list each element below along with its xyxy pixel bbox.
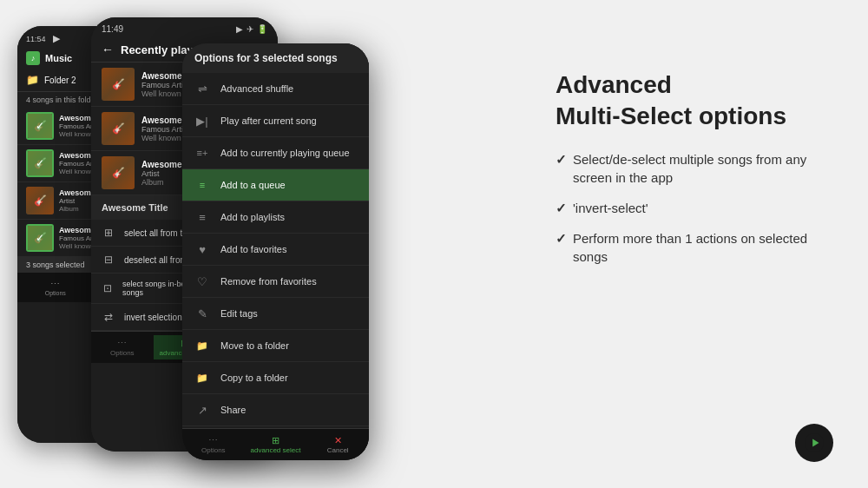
play-after-label: Play after current song: [220, 115, 317, 126]
menu-item-copy-folder[interactable]: 📁 Copy to a folder: [182, 362, 369, 394]
song-thumbnail: [102, 156, 135, 189]
song-thumbnail: ✓: [26, 149, 54, 177]
mid-time: 11:49: [102, 24, 123, 34]
song-thumbnail: [102, 68, 135, 101]
feature-list: Select/de-select multiple songs from any…: [556, 150, 833, 266]
move-folder-label: Move to a folder: [220, 340, 289, 351]
add-to-queue-label: Add to a queue: [220, 180, 286, 190]
front-cancel-icon: ✕: [334, 435, 342, 446]
airplane-icon: ✈: [247, 24, 253, 34]
copy-folder-label: Copy to a folder: [220, 373, 288, 383]
folder-icon: 📁: [26, 74, 39, 86]
add-fav-icon: ♥: [194, 241, 210, 257]
playlists-icon: ≡: [194, 209, 210, 225]
right-panel: Advanced Multi-Select options Select/de-…: [556, 69, 833, 278]
move-folder-icon: 📁: [194, 338, 210, 353]
front-bottom-bar: ⋯ Options ⊞ advanced select ✕ Cancel: [182, 428, 369, 460]
logo-icon: [805, 433, 824, 452]
menu-item-edit-tags[interactable]: ✎ Edit tags: [182, 298, 369, 330]
copy-folder-icon: 📁: [194, 370, 210, 386]
front-bottom-cancel[interactable]: ✕ Cancel: [306, 432, 369, 457]
mid-bottom-options[interactable]: ⋯ Options: [91, 335, 154, 359]
main-title: Advanced Multi-Select options: [556, 69, 833, 133]
share-label: Share: [220, 405, 246, 415]
menu-item-add-to-queue[interactable]: ≡ Add to a queue: [182, 169, 369, 201]
folder-name: Folder 2: [44, 76, 76, 85]
shuffle-icon: ⇌: [194, 81, 210, 96]
menu-item-play-after[interactable]: ▶| Play after current song: [182, 105, 369, 137]
menu-item-shuffle[interactable]: ⇌ Advanced shuffle: [182, 73, 369, 105]
play-after-icon: ▶|: [194, 113, 210, 129]
feature-item-1: Select/de-select multiple songs from any…: [556, 150, 833, 187]
add-queue-label: Add to currently playing queue: [220, 148, 350, 158]
edit-tags-icon: ✎: [194, 306, 210, 321]
feature-item-3: Perform more than 1 actions on selected …: [556, 229, 833, 266]
menu-item-move-folder[interactable]: 📁 Move to a folder: [182, 330, 369, 362]
mid-options-icon: ⋯: [117, 338, 127, 349]
back-header-title: Music: [45, 53, 72, 63]
menu-item-playlists[interactable]: ≡ Add to playlists: [182, 201, 369, 234]
song-thumbnail: [26, 187, 54, 214]
selection-count: 3 songs selected: [26, 260, 85, 269]
app-logo: [795, 424, 833, 462]
add-fav-label: Add to favorites: [220, 244, 286, 254]
remove-fav-icon: ♡: [194, 274, 210, 289]
front-bottom-options[interactable]: ⋯ Options: [182, 432, 245, 457]
options-header: Options for 3 selected songs: [182, 43, 369, 73]
feature-item-2: 'invert-select': [556, 199, 833, 217]
song-thumbnail: ✓: [26, 112, 54, 140]
battery-icon: 🔋: [257, 24, 267, 34]
wifi-icon: ▶: [236, 24, 243, 34]
phone-front: Options for 3 selected songs ⇌ Advanced …: [182, 43, 369, 460]
shuffle-label: Advanced shuffle: [220, 83, 293, 94]
menu-item-remove-favorites[interactable]: ♡ Remove from favorites: [182, 266, 369, 298]
options-icon: ⋯: [50, 279, 60, 290]
playlists-label: Add to playlists: [220, 212, 285, 222]
remove-fav-label: Remove from favorites: [220, 276, 317, 287]
edit-tags-label: Edit tags: [220, 308, 258, 319]
add-to-queue-icon: ≡: [194, 177, 210, 193]
share-icon: ↗: [194, 402, 210, 418]
song-thumbnail: ✓: [26, 224, 54, 252]
select-between-icon: ⊡: [102, 281, 114, 295]
add-queue-icon: ≡+: [194, 145, 210, 161]
menu-item-add-favorites[interactable]: ♥ Add to favorites: [182, 234, 369, 266]
song-thumbnail: [102, 112, 135, 145]
context-invert-label: invert selection: [124, 313, 182, 322]
front-options-icon: ⋯: [208, 435, 218, 446]
status-icons: ▶ ✈ 🔋: [236, 24, 267, 34]
menu-item-add-queue[interactable]: ≡+ Add to currently playing queue: [182, 137, 369, 169]
music-icon: ♪: [26, 51, 40, 65]
mid-phone-status: 11:49 ▶ ✈ 🔋: [91, 17, 278, 37]
back-arrow-icon[interactable]: ←: [102, 43, 114, 56]
menu-item-share[interactable]: ↗ Share: [182, 394, 369, 426]
front-advanced-icon: ⊞: [272, 435, 279, 446]
deselect-all-icon: ⊟: [102, 253, 115, 267]
select-all-icon: ⊞: [102, 226, 115, 240]
back-time: 11:54: [26, 35, 46, 43]
invert-icon: ⇄: [102, 310, 115, 324]
front-bottom-advanced[interactable]: ⊞ advanced select: [245, 432, 307, 457]
bottom-options[interactable]: ⋯ Options: [17, 276, 94, 299]
